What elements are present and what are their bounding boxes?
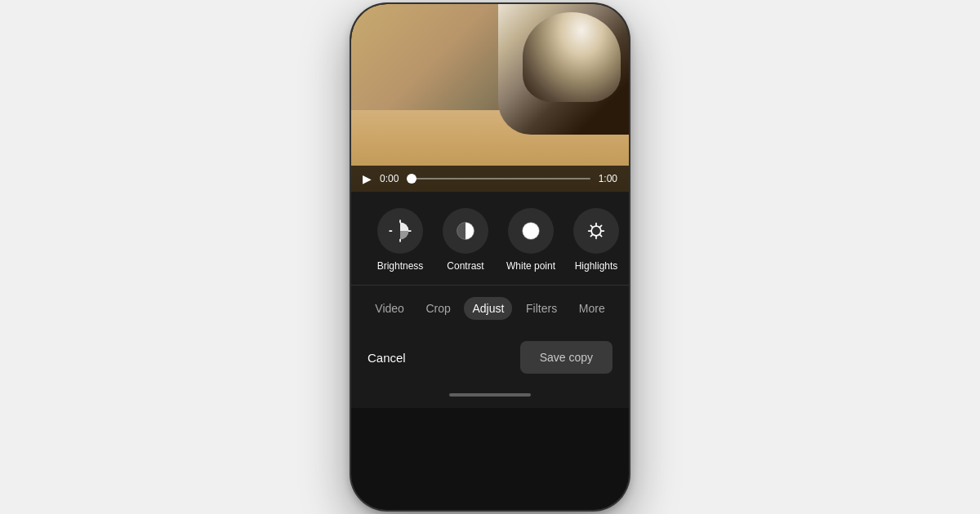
time-current: 0:00	[380, 173, 399, 184]
brightness-icon	[389, 219, 412, 242]
phone-screen: ▶ 0:00 1:00	[351, 4, 629, 510]
tool-highlights[interactable]: Highlights	[564, 208, 629, 272]
video-preview: ▶ 0:00 1:00	[351, 4, 629, 192]
video-animal-detail	[523, 12, 621, 102]
home-bar	[449, 393, 531, 397]
play-button[interactable]: ▶	[363, 172, 372, 185]
scrubber-track[interactable]	[407, 178, 590, 179]
tab-adjust[interactable]: Adjust	[464, 297, 512, 320]
highlights-label: Highlights	[575, 260, 618, 272]
phone-device: ▶ 0:00 1:00	[351, 4, 629, 510]
highlights-icon-circle	[573, 208, 619, 254]
cancel-button[interactable]: Cancel	[368, 351, 406, 365]
playback-controls: ▶ 0:00 1:00	[351, 166, 629, 192]
time-total: 1:00	[599, 173, 617, 184]
brightness-icon-circle	[377, 208, 423, 254]
tab-more[interactable]: More	[571, 297, 613, 320]
tool-white-point[interactable]: White point	[498, 208, 564, 272]
tab-crop[interactable]: Crop	[418, 297, 459, 320]
tab-filters[interactable]: Filters	[518, 297, 565, 320]
white-point-label: White point	[506, 260, 555, 272]
contrast-label: Contrast	[447, 260, 483, 272]
tool-contrast[interactable]: Contrast	[433, 208, 498, 272]
phone-body: ▶ 0:00 1:00	[351, 4, 629, 510]
tab-video[interactable]: Video	[367, 297, 412, 320]
tools-row: Brightness Contrast	[351, 192, 629, 285]
contrast-icon-circle	[443, 208, 488, 254]
action-row: Cancel Save copy	[351, 331, 629, 387]
highlights-icon	[585, 219, 608, 242]
brightness-label: Brightness	[377, 260, 424, 272]
white-point-icon-circle	[508, 208, 554, 254]
white-point-icon	[519, 219, 542, 242]
contrast-icon	[454, 219, 477, 242]
bottom-panel: Brightness Contrast	[351, 192, 629, 408]
scrubber-thumb[interactable]	[407, 174, 416, 184]
home-indicator	[351, 387, 629, 408]
tool-brightness[interactable]: Brightness	[368, 208, 433, 272]
save-button[interactable]: Save copy	[520, 341, 612, 374]
tabs-row: Video Crop Adjust Filters More	[351, 286, 629, 331]
video-animal-bg	[498, 4, 629, 135]
